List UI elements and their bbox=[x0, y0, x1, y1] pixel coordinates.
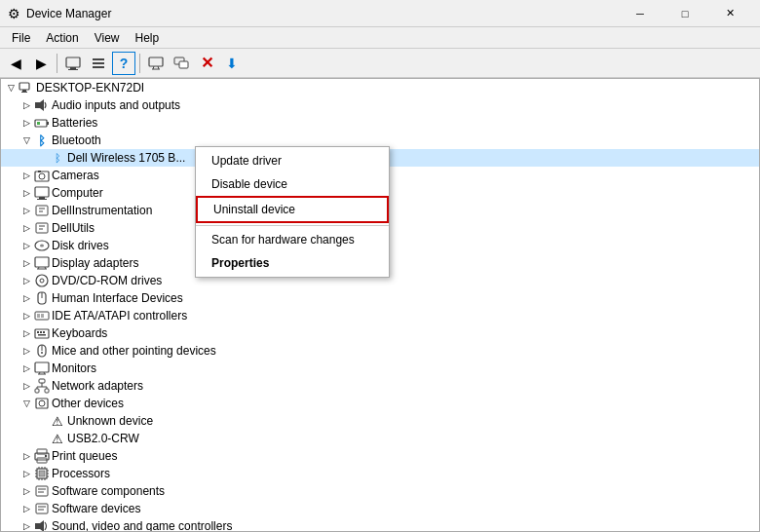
svg-rect-5 bbox=[93, 66, 104, 68]
toolbar-remove[interactable]: ✕ bbox=[195, 52, 218, 75]
svg-rect-91 bbox=[35, 523, 40, 529]
toolbar-list[interactable] bbox=[87, 52, 110, 75]
tree-root[interactable]: ▽ DESKTOP-EKN72DI bbox=[1, 79, 759, 96]
root-icon bbox=[19, 80, 34, 95]
mice-label: Mice and other pointing devices bbox=[52, 344, 216, 358]
tree-item-batteries[interactable]: ▷ Batteries bbox=[1, 114, 759, 132]
menu-file[interactable]: File bbox=[4, 29, 38, 47]
bt-device-expand bbox=[34, 149, 50, 167]
tree-item-print[interactable]: ▷ Print queues bbox=[1, 447, 759, 465]
tree-item-sound[interactable]: ▷ Sound, video and game controllers bbox=[1, 517, 759, 532]
svg-rect-13 bbox=[22, 90, 26, 92]
dell-instr-expand: ▷ bbox=[19, 202, 34, 219]
svg-rect-34 bbox=[35, 257, 49, 267]
dvd-icon bbox=[34, 273, 50, 288]
ide-expand: ▷ bbox=[19, 307, 34, 324]
ctx-update-driver[interactable]: Update driver bbox=[196, 149, 389, 172]
ide-icon bbox=[34, 308, 50, 323]
tree-item-sw-components[interactable]: ▷ Software components bbox=[1, 482, 759, 500]
tree-item-keyboards[interactable]: ▷ Keyboards bbox=[1, 324, 759, 342]
tree-item-other[interactable]: ▽ Other devices bbox=[1, 395, 759, 412]
svg-rect-72 bbox=[39, 471, 45, 476]
toolbar-back[interactable]: ◀ bbox=[4, 52, 27, 75]
bluetooth-expand: ▽ bbox=[19, 132, 34, 149]
bluetooth-icon: ᛒ bbox=[34, 133, 50, 148]
menu-view[interactable]: View bbox=[87, 29, 128, 47]
audio-icon bbox=[34, 97, 50, 113]
svg-rect-59 bbox=[45, 389, 49, 393]
toolbar-computer[interactable] bbox=[61, 52, 85, 75]
svg-rect-3 bbox=[93, 58, 104, 60]
other-label: Other devices bbox=[52, 397, 124, 410]
ctx-scan-hardware[interactable]: Scan for hardware changes bbox=[196, 228, 389, 251]
monitors-expand: ▷ bbox=[19, 360, 34, 377]
menu-action[interactable]: Action bbox=[38, 29, 86, 47]
svg-rect-23 bbox=[35, 187, 49, 197]
tree-item-network[interactable]: ▷ Network adapters bbox=[1, 377, 759, 395]
unknown-icon: ⚠ bbox=[50, 413, 65, 429]
svg-rect-12 bbox=[19, 83, 29, 90]
tree-item-ide[interactable]: ▷ IDE ATA/ATAPI controllers bbox=[1, 307, 759, 324]
tree-item-mice[interactable]: ▷ Mice and other pointing devices bbox=[1, 342, 759, 360]
sound-expand: ▷ bbox=[19, 517, 34, 532]
sound-label: Sound, video and game controllers bbox=[52, 519, 232, 532]
tree-item-unknown[interactable]: ⚠ Unknown device bbox=[1, 412, 759, 430]
maximize-button[interactable]: □ bbox=[663, 0, 707, 27]
ctx-uninstall-device[interactable]: Uninstall device bbox=[196, 196, 389, 223]
svg-rect-70 bbox=[45, 455, 47, 457]
svg-point-21 bbox=[39, 173, 45, 179]
tree-item-sw-devices[interactable]: ▷ Software devices bbox=[1, 500, 759, 517]
svg-rect-43 bbox=[37, 314, 40, 318]
svg-rect-47 bbox=[40, 331, 42, 333]
svg-rect-45 bbox=[35, 329, 49, 338]
usb2-label: USB2.0-CRW bbox=[67, 432, 139, 445]
monitor2-icon bbox=[173, 56, 189, 71]
cameras-label: Cameras bbox=[52, 169, 99, 182]
svg-rect-88 bbox=[36, 504, 48, 513]
toolbar-monitor2[interactable] bbox=[170, 52, 193, 75]
dvd-label: DVD/CD-ROM drives bbox=[52, 274, 162, 287]
svg-marker-16 bbox=[40, 99, 44, 111]
menu-help[interactable]: Help bbox=[128, 29, 168, 47]
app-title: Device Manager bbox=[26, 7, 111, 20]
root-label: DESKTOP-EKN72DI bbox=[36, 81, 144, 95]
batteries-icon bbox=[34, 115, 50, 131]
audio-label: Audio inputs and outputs bbox=[52, 98, 180, 112]
sw-components-label: Software components bbox=[52, 484, 165, 498]
svg-rect-1 bbox=[70, 67, 76, 69]
ctx-disable-device[interactable]: Disable device bbox=[196, 172, 389, 196]
menu-bar: File Action View Help bbox=[0, 27, 760, 49]
svg-rect-48 bbox=[43, 331, 45, 333]
processors-expand: ▷ bbox=[19, 465, 34, 482]
toolbar-monitor[interactable] bbox=[144, 52, 168, 75]
svg-rect-2 bbox=[68, 69, 78, 70]
minimize-button[interactable]: ─ bbox=[618, 0, 663, 27]
monitors-label: Monitors bbox=[52, 361, 96, 375]
usb2-expand bbox=[34, 430, 50, 447]
svg-marker-92 bbox=[40, 520, 44, 532]
toolbar-forward[interactable]: ▶ bbox=[29, 52, 53, 75]
svg-rect-22 bbox=[38, 171, 41, 172]
toolbar: ◀ ▶ ? ✕ ⬇ bbox=[0, 49, 760, 78]
sw-devices-icon bbox=[34, 501, 50, 516]
svg-rect-57 bbox=[39, 379, 45, 383]
toolbar-help[interactable]: ? bbox=[112, 52, 135, 75]
network-label: Network adapters bbox=[52, 379, 143, 393]
ide-label: IDE ATA/ATAPI controllers bbox=[52, 309, 187, 323]
ctx-properties[interactable]: Properties bbox=[196, 251, 389, 275]
computer-expand: ▷ bbox=[19, 184, 34, 202]
svg-rect-85 bbox=[36, 486, 48, 496]
svg-rect-15 bbox=[35, 102, 40, 108]
tree-item-processors[interactable]: ▷ Proces bbox=[1, 465, 759, 482]
ctx-scan-hardware-label: Scan for hardware changes bbox=[211, 233, 355, 247]
tree-item-monitors[interactable]: ▷ Monitors bbox=[1, 360, 759, 377]
tree-item-usb2[interactable]: ⚠ USB2.0-CRW bbox=[1, 430, 759, 447]
tree-item-hid[interactable]: ▷ Human Interface Devices bbox=[1, 289, 759, 307]
svg-rect-58 bbox=[35, 389, 39, 393]
close-button[interactable]: ✕ bbox=[707, 0, 752, 27]
batteries-label: Batteries bbox=[52, 116, 97, 130]
toolbar-update[interactable]: ⬇ bbox=[220, 52, 244, 75]
mice-expand: ▷ bbox=[19, 342, 34, 360]
svg-point-52 bbox=[41, 352, 43, 354]
tree-item-audio[interactable]: ▷ Audio inputs and outputs bbox=[1, 96, 759, 114]
